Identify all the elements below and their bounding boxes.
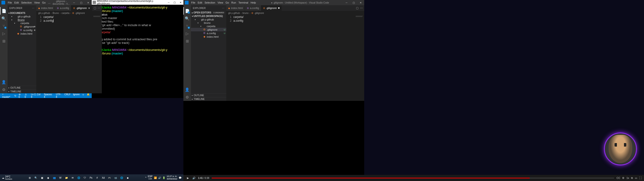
settings-icon[interactable]: ⚙: [184, 93, 191, 101]
notifications-tray-icon[interactable]: 💬: [179, 176, 182, 179]
language-indicator[interactable]: ESP: [148, 175, 152, 178]
search-icon[interactable]: 🔍: [0, 14, 8, 22]
battery-icon[interactable]: 🔋: [162, 176, 165, 179]
source-control-icon[interactable]: ⑂2: [184, 22, 191, 30]
term-minimize[interactable]: ─: [166, 1, 172, 4]
editor-content[interactable]: 12 carpeta/ a.config: [36, 15, 102, 93]
tab--gitignore[interactable]: ⚙.gitignore: [261, 5, 282, 11]
language-status[interactable]: Ignore: [72, 93, 80, 98]
taskbar-search-icon[interactable]: 🔍: [33, 175, 39, 180]
taskbar-teams-icon[interactable]: 👥: [52, 175, 57, 180]
eol-status[interactable]: CRLF: [63, 93, 72, 98]
taskbar-discord-icon[interactable]: 🎮: [106, 175, 112, 180]
tree-item--gitignore[interactable]: ⚙.gitignoreU: [191, 28, 226, 31]
workspace-root[interactable]: ▾UNTITLED (WORKSPACE): [191, 14, 226, 18]
taskbar-slack-icon[interactable]: #: [94, 175, 100, 180]
tree-item-a-config[interactable]: ⚙a.config: [8, 28, 36, 32]
tab-a-config[interactable]: ⚙a.config: [245, 5, 261, 11]
settings-icon[interactable]: ⚙: [0, 86, 8, 93]
warnings-status[interactable]: ⚠ 0: [24, 93, 30, 98]
pip-icon[interactable]: ⧉: [631, 176, 633, 180]
menu-more[interactable]: …: [47, 1, 52, 4]
extensions-icon[interactable]: ⊞: [184, 37, 191, 45]
timeline-panel[interactable]: ▸TIMELINE: [8, 90, 36, 93]
explorer-more-icon[interactable]: ⋯: [222, 7, 224, 10]
errors-status[interactable]: ⊘ 0: [18, 93, 24, 98]
explorer-icon[interactable]: 📄: [0, 7, 8, 14]
tab--gitignore[interactable]: ⚙.gitignore✕: [71, 5, 92, 11]
menu-edit[interactable]: Edit: [13, 1, 20, 4]
more-actions-icon[interactable]: ⋯: [360, 6, 363, 10]
volume-icon[interactable]: 🔊: [158, 176, 161, 179]
menu-selection[interactable]: Selection: [20, 1, 33, 4]
taskbar-photoshop-icon[interactable]: Ps: [88, 175, 94, 180]
clock[interactable]: 10:27 a. m. 30/09/2022: [167, 175, 177, 180]
taskbar-taskview-icon[interactable]: ▣: [39, 175, 45, 180]
tree-item-git-y-github[interactable]: ▾git-y-github: [191, 18, 226, 21]
play-button[interactable]: ▶: [186, 176, 190, 180]
term-maximize[interactable]: ▢: [172, 1, 178, 4]
taskbar-widgets-icon[interactable]: ◉: [45, 175, 51, 180]
tree-item-bruno[interactable]: ▾bruno: [191, 21, 226, 24]
minimize-button[interactable]: ─: [70, 0, 78, 5]
wifi-icon[interactable]: 📶: [154, 176, 157, 179]
tree-item--gitignore[interactable]: ⚙.gitignore: [8, 25, 36, 28]
source-control-icon[interactable]: ⑂1: [0, 22, 8, 30]
cursor-position[interactable]: Ln 2, Col 9: [30, 93, 43, 98]
menu-selection[interactable]: Selection: [204, 1, 216, 4]
menu-view[interactable]: View: [33, 1, 41, 4]
explorer-icon[interactable]: 📄1: [184, 7, 191, 14]
settings-icon[interactable]: ⚙: [622, 176, 624, 180]
branch-status[interactable]: ⑂ master*: [1, 93, 13, 98]
tree-item-carpeta[interactable]: ▾carpeta: [8, 22, 36, 25]
terminal-content[interactable]: janka@Janka MINGW64 ~/documents/document…: [92, 5, 184, 98]
close-button[interactable]: ✕: [85, 0, 92, 5]
extensions-icon[interactable]: ⊞: [0, 37, 8, 45]
taskbar-mcafee-icon[interactable]: 🛡: [82, 175, 88, 180]
taskbar-word-icon[interactable]: W: [58, 175, 63, 180]
maximize-button[interactable]: ▢: [78, 0, 85, 5]
taskbar-chrome-icon[interactable]: 🌐: [119, 175, 124, 180]
account-icon[interactable]: 👤: [184, 86, 191, 93]
outline-panel[interactable]: ▸OUTLINE: [191, 93, 226, 97]
breadcrumbs[interactable]: git-y-github› bruno› ⚙.gitignore: [226, 11, 364, 15]
menu-help[interactable]: Help: [250, 1, 257, 4]
taskbar-start-icon[interactable]: ⊞: [27, 175, 32, 180]
menu-run[interactable]: Run: [230, 1, 237, 4]
minimap[interactable]: [92, 16, 102, 22]
explorer-more-icon[interactable]: ⋯: [32, 7, 34, 10]
maximize-button[interactable]: ▢: [350, 0, 357, 5]
taskbar-vscode-icon[interactable]: ◆: [125, 175, 130, 180]
indent-status[interactable]: Spaces: 4: [43, 93, 55, 98]
open-editors-section[interactable]: ▸OPEN EDITORS 1 UNSAVED: [191, 11, 226, 14]
tree-item-index-html[interactable]: ◆index.html: [8, 32, 36, 35]
taskbar-zoom-icon[interactable]: 📹: [113, 175, 118, 180]
tab-index-html[interactable]: ◆index.html: [226, 5, 245, 11]
search-icon[interactable]: 🔍: [184, 14, 191, 22]
tray-chevron-icon[interactable]: ^: [145, 176, 146, 179]
closed-captions-icon[interactable]: CC: [616, 176, 620, 180]
sync-status[interactable]: ↻: [13, 94, 18, 97]
tree-item-a-config[interactable]: ⚙a.configU: [191, 31, 226, 35]
volume-control[interactable]: 🔊: [192, 176, 196, 180]
account-icon[interactable]: 👤: [0, 78, 8, 86]
taskbar-weather[interactable]: ☁ 24°C Nublado: [0, 175, 14, 180]
encoding-status[interactable]: UTF-8: [55, 93, 63, 98]
close-button[interactable]: ✕: [357, 0, 364, 5]
taskbar-edge-icon[interactable]: 🌐: [76, 175, 82, 180]
menu-go[interactable]: Go: [224, 1, 230, 4]
menu-view[interactable]: View: [216, 1, 224, 4]
debug-icon[interactable]: ▷: [184, 30, 191, 37]
tab-index-html[interactable]: ◆index.html: [36, 5, 55, 11]
minimize-button[interactable]: ─: [343, 0, 350, 5]
timeline-panel[interactable]: ▸TIMELINE: [191, 97, 226, 101]
taskbar-outlook-icon[interactable]: ✉: [70, 175, 76, 180]
menu-edit[interactable]: Edit: [196, 1, 204, 4]
editor-content[interactable]: 12 carpeta/ a.config: [226, 15, 364, 101]
feedback-icon[interactable]: ☺: [81, 93, 86, 98]
tree-item-git-y-github[interactable]: ▾git-y-github: [8, 15, 36, 18]
breadcrumbs[interactable]: git-y-github› Bruno› carpeta› ⚙.gitignor…: [36, 11, 102, 15]
tab-a-config[interactable]: ⚙a.config: [55, 5, 71, 11]
terminal-titlebar[interactable]: MINGW64:/c/Users/janka/documents/documen…: [92, 0, 184, 5]
menu-file[interactable]: File: [6, 1, 13, 4]
